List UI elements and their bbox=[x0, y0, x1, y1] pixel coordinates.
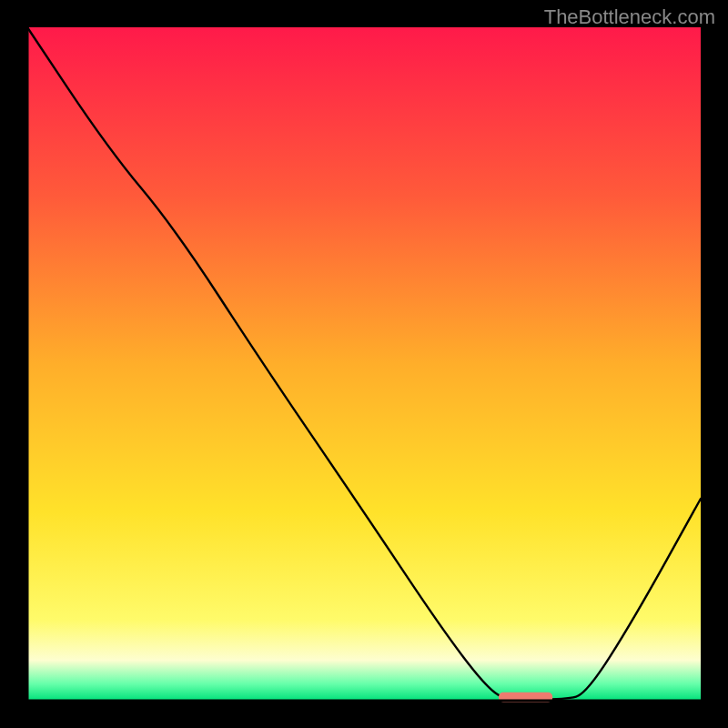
bottleneck-chart bbox=[0, 0, 728, 728]
watermark-text: TheBottleneck.com bbox=[544, 5, 715, 29]
plot-background bbox=[27, 27, 701, 701]
